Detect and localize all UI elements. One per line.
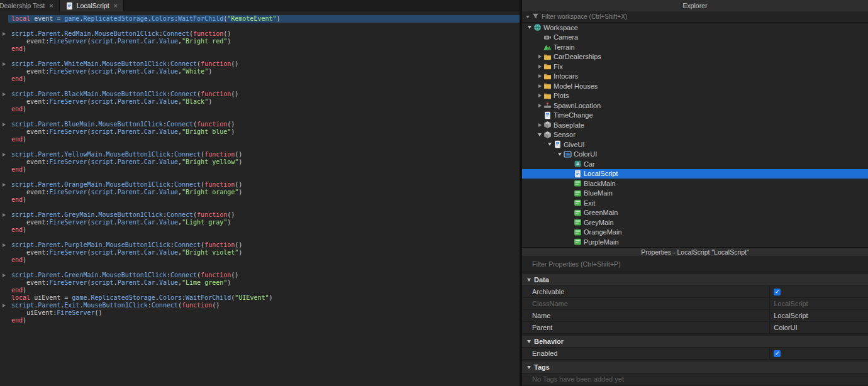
fold-arrow-icon[interactable]	[3, 183, 6, 187]
tree-item-car[interactable]: #Car	[522, 159, 868, 169]
code-line[interactable]: event:FireServer(script.Parent.Car.Value…	[8, 38, 520, 45]
section-tags[interactable]: Tags	[522, 361, 868, 373]
archivable-checkbox[interactable]: ✓	[774, 289, 781, 295]
tab-localscript[interactable]: LocalScript×	[60, 0, 124, 11]
fold-arrow-icon[interactable]	[3, 32, 6, 36]
parent-value[interactable]: ColorUI	[769, 322, 868, 333]
code-line[interactable]: end)	[8, 256, 520, 264]
code-line[interactable]: end)	[8, 75, 520, 83]
tree-item-spawnlocation[interactable]: SpawnLocation	[522, 101, 868, 111]
expand-arrow-icon[interactable]	[536, 65, 543, 69]
tree-item-fix[interactable]: Fix	[522, 62, 868, 72]
fold-arrow-icon[interactable]	[3, 304, 6, 307]
fold-arrow-icon[interactable]	[3, 213, 6, 217]
code-line[interactable]	[8, 264, 520, 272]
code-line[interactable]	[8, 204, 520, 211]
fold-arrow-icon[interactable]	[3, 62, 6, 66]
tree-item-cardealerships[interactable]: CarDealerships	[522, 52, 868, 62]
code-line[interactable]: end)	[8, 287, 520, 294]
tree-item-greymain[interactable]: GreyMain	[522, 218, 868, 228]
expand-arrow-icon[interactable]	[536, 55, 543, 58]
expand-arrow-icon[interactable]	[546, 143, 554, 146]
section-behavior[interactable]: Behavior	[522, 336, 868, 348]
code-line[interactable]: script.Parent.PurpleMain.MouseButton1Cli…	[8, 241, 520, 249]
code-line[interactable]: script.Parent.GreenMain.MouseButton1Clic…	[8, 272, 520, 279]
tab-dealership-test[interactable]: Dealership Test×	[0, 0, 60, 11]
tree-item-colorui[interactable]: ColorUI	[522, 150, 868, 160]
tree-item-intocars[interactable]: Intocars	[522, 72, 868, 82]
code-line[interactable]: end)	[8, 136, 520, 143]
tree-item-model-houses[interactable]: Model Houses	[522, 81, 868, 91]
archivable-value[interactable]: ✓	[769, 286, 868, 297]
code-line[interactable]: event:FireServer(script.Parent.Car.Value…	[8, 158, 520, 166]
tree-item-workspace[interactable]: Workspace	[522, 23, 868, 33]
code-line[interactable]	[8, 53, 520, 60]
expand-arrow-icon[interactable]	[536, 84, 543, 88]
expand-arrow-icon[interactable]	[526, 26, 533, 29]
code-line[interactable]: end)	[8, 317, 520, 324]
tree-item-giveui[interactable]: GiveUI	[522, 140, 868, 150]
expand-arrow-icon[interactable]	[536, 123, 543, 127]
code-line[interactable]: local event = game.ReplicatedStorage.Col…	[8, 15, 520, 23]
expand-arrow-icon[interactable]	[536, 94, 543, 97]
tree-item-exit[interactable]: Exit	[522, 198, 868, 208]
code-line[interactable]: event:FireServer(script.Parent.Car.Value…	[8, 219, 520, 226]
code-line[interactable]	[8, 113, 520, 121]
close-icon[interactable]: ×	[114, 2, 118, 9]
code-line[interactable]: script.Parent.BlueMain.MouseButton1Click…	[8, 121, 520, 128]
code-line[interactable]	[8, 174, 520, 181]
fold-arrow-icon[interactable]	[3, 273, 6, 277]
expand-arrow-icon[interactable]	[536, 133, 543, 136]
code-line[interactable]: script.Parent.RedMain.MouseButton1Click:…	[8, 30, 520, 38]
code-line[interactable]	[8, 23, 520, 30]
chevron-down-icon[interactable]	[526, 16, 530, 18]
section-data[interactable]: Data	[522, 274, 868, 286]
tree-item-camera[interactable]: Camera	[522, 33, 868, 43]
code-line[interactable]: local uiEvent = game.ReplicatedStorage.C…	[8, 294, 520, 302]
code-line[interactable]: event:FireServer(script.Parent.Car.Value…	[8, 189, 520, 196]
tree-item-bluemain[interactable]: BlueMain	[522, 189, 868, 199]
fold-arrow-icon[interactable]	[3, 92, 6, 96]
code-line[interactable]	[8, 234, 520, 241]
code-line[interactable]: end)	[8, 106, 520, 113]
fold-arrow-icon[interactable]	[3, 243, 6, 247]
name-value[interactable]: LocalScript	[769, 310, 868, 321]
code-line[interactable]: end)	[8, 226, 520, 234]
code-line[interactable]: script.Parent.Exit.MouseButton1Click:Con…	[8, 302, 520, 309]
tree-item-timechange[interactable]: TimeChange	[522, 111, 868, 121]
code-line[interactable]: script.Parent.WhiteMain.MouseButton1Clic…	[8, 60, 520, 68]
code-line[interactable]: event:FireServer(script.Parent.Car.Value…	[8, 128, 520, 136]
code-line[interactable]: event:FireServer(script.Parent.Car.Value…	[8, 98, 520, 106]
fold-arrow-icon[interactable]	[3, 123, 6, 126]
enabled-checkbox[interactable]: ✓	[774, 350, 781, 357]
code-line[interactable]	[8, 83, 520, 91]
code-line[interactable]: end)	[8, 45, 520, 53]
code-line[interactable]: script.Parent.OrangeMain.MouseButton1Cli…	[8, 181, 520, 189]
fold-arrow-icon[interactable]	[3, 153, 6, 157]
code-line[interactable]: script.Parent.YellowMain.MouseButton1Cli…	[8, 151, 520, 158]
tree-item-sensor[interactable]: Sensor	[522, 130, 868, 140]
tree-item-localscript[interactable]: LocalScript	[522, 169, 868, 179]
tree-item-baseplate[interactable]: Baseplate	[522, 120, 868, 130]
tree-item-orangemain[interactable]: OrangeMain	[522, 228, 868, 238]
tree-item-terrain[interactable]: Terrain	[522, 42, 868, 52]
code-line[interactable]: end)	[8, 196, 520, 204]
explorer-filter-input[interactable]: Filter workspace (Ctrl+Shift+X)	[522, 11, 868, 23]
expand-arrow-icon[interactable]	[536, 104, 543, 108]
code-line[interactable]: event:FireServer(script.Parent.Car.Value…	[8, 279, 520, 287]
tree-item-blackmain[interactable]: BlackMain	[522, 179, 868, 189]
code-line[interactable]: end)	[8, 166, 520, 174]
tree-item-plots[interactable]: Plots	[522, 91, 868, 101]
code-line[interactable]	[8, 143, 520, 151]
tree-item-purplemain[interactable]: PurpleMain	[522, 237, 868, 247]
properties-filter-input[interactable]: Filter Properties (Ctrl+Shift+P)	[522, 256, 868, 272]
close-icon[interactable]: ×	[49, 2, 53, 9]
code-line[interactable]: script.Parent.BlackMain.MouseButton1Clic…	[8, 91, 520, 98]
tree-item-greenmain[interactable]: GreenMain	[522, 208, 868, 218]
code-line[interactable]: event:FireServer(script.Parent.Car.Value…	[8, 68, 520, 75]
expand-arrow-icon[interactable]	[536, 74, 543, 78]
code-editor[interactable]: local event = game.ReplicatedStorage.Col…	[0, 11, 520, 386]
enabled-value[interactable]: ✓	[769, 348, 868, 359]
expand-arrow-icon[interactable]	[556, 153, 564, 156]
code-line[interactable]: script.Parent.GreyMain.MouseButton1Click…	[8, 211, 520, 219]
